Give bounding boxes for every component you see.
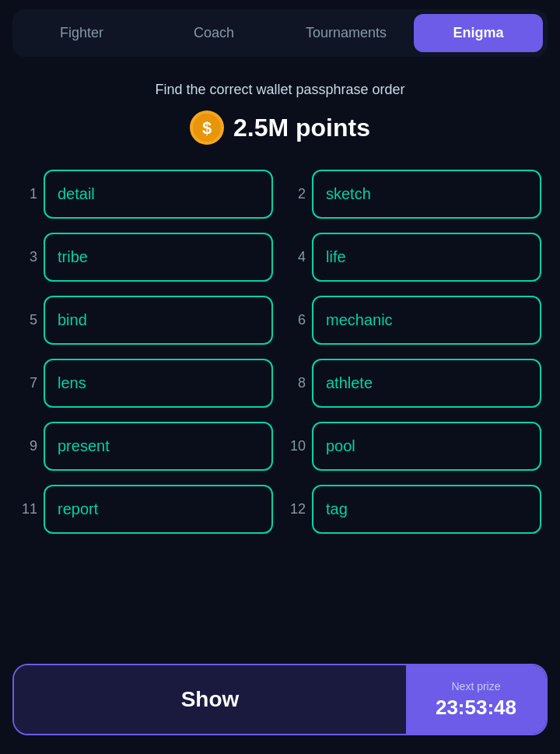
word-box-11[interactable]: report [44, 485, 273, 534]
word-box-1[interactable]: detail [44, 170, 273, 219]
word-row: 1 detail [19, 170, 273, 219]
word-box-5[interactable]: bind [44, 296, 273, 345]
word-row: 6 mechanic [287, 296, 541, 345]
next-prize-label: Next prize [451, 680, 500, 693]
next-prize-timer: 23:53:48 [436, 696, 516, 720]
word-number-1: 1 [19, 186, 37, 202]
word-box-7[interactable]: lens [44, 359, 273, 408]
word-row: 12 tag [287, 485, 541, 534]
tab-bar: Fighter Coach Tournaments Enigma [12, 9, 548, 57]
coin-icon: $ [190, 110, 224, 145]
word-row: 11 report [19, 485, 273, 534]
description-text: Find the correct wallet passphrase order [155, 82, 404, 98]
word-row: 7 lens [19, 359, 273, 408]
word-box-6[interactable]: mechanic [312, 296, 541, 345]
bottom-bar: Show Next prize 23:53:48 [12, 664, 548, 735]
word-box-8[interactable]: athlete [312, 359, 541, 408]
word-grid: 1 detail 2 sketch 3 tribe 4 life 5 bind … [19, 170, 541, 534]
show-button[interactable]: Show [14, 665, 406, 734]
word-number-7: 7 [19, 375, 37, 391]
word-row: 3 tribe [19, 233, 273, 282]
tab-fighter[interactable]: Fighter [17, 14, 146, 52]
word-number-10: 10 [287, 438, 306, 454]
word-row: 10 pool [287, 422, 541, 471]
word-number-3: 3 [19, 249, 37, 265]
word-row: 5 bind [19, 296, 273, 345]
word-number-12: 12 [287, 501, 306, 517]
word-row: 2 sketch [287, 170, 541, 219]
word-row: 4 life [287, 233, 541, 282]
prize-row: $ 2.5M points [190, 110, 370, 145]
word-number-9: 9 [19, 438, 37, 454]
word-number-11: 11 [19, 501, 37, 517]
word-box-3[interactable]: tribe [44, 233, 273, 282]
word-number-2: 2 [287, 186, 306, 202]
word-number-4: 4 [287, 249, 306, 265]
word-box-4[interactable]: life [312, 233, 541, 282]
word-box-12[interactable]: tag [312, 485, 541, 534]
next-prize-panel: Next prize 23:53:48 [406, 665, 546, 734]
tab-coach[interactable]: Coach [149, 14, 278, 52]
word-box-2[interactable]: sketch [312, 170, 541, 219]
word-row: 8 athlete [287, 359, 541, 408]
tab-enigma[interactable]: Enigma [414, 14, 543, 52]
word-number-8: 8 [287, 375, 306, 391]
prize-amount: 2.5M points [233, 114, 370, 142]
word-row: 9 present [19, 422, 273, 471]
word-number-6: 6 [287, 312, 306, 328]
word-box-9[interactable]: present [44, 422, 273, 471]
word-number-5: 5 [19, 312, 37, 328]
word-box-10[interactable]: pool [312, 422, 541, 471]
svg-text:$: $ [202, 118, 212, 138]
tab-tournaments[interactable]: Tournaments [282, 14, 411, 52]
main-content: Find the correct wallet passphrase order… [0, 66, 560, 664]
